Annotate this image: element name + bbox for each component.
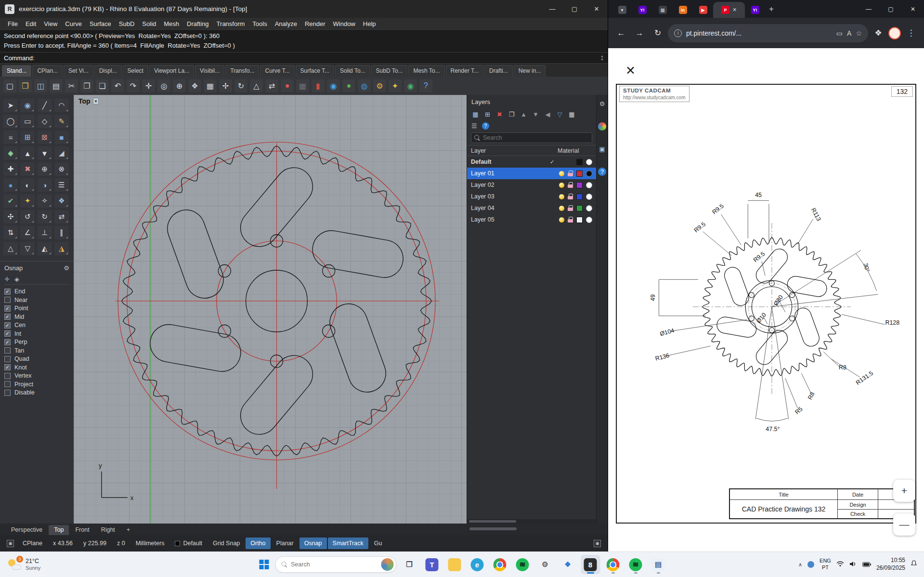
sidebar-tool-icon[interactable]: ⊞ [20,131,35,144]
toolbar-tool-icon[interactable]: ◫ [34,79,47,92]
toolbar-tool-icon[interactable]: ❒ [19,79,32,92]
layer-visibility-bulb-icon[interactable] [559,183,564,188]
layer-material-icon[interactable] [586,182,592,188]
browser-tab[interactable]: ▨ ✕ [652,2,673,18]
toolbar-tool-icon[interactable]: ⚙ [373,79,386,92]
zoom-out-button[interactable]: — [893,513,915,536]
sidebar-tool-icon[interactable]: ● [3,178,18,192]
sidebar-tool-icon[interactable]: ◢ [54,146,69,160]
taskbar-app-icon[interactable]: ▤ [649,555,668,574]
viewport-title[interactable]: Top [78,97,91,105]
layers-horizontal-scrollbar[interactable] [467,519,596,524]
status-item[interactable]: Gu [369,538,387,549]
toolbar-tool-icon[interactable]: ◎ [157,79,170,92]
osnap-checkbox[interactable]: ✓ [4,305,11,312]
notification-bell-icon[interactable] [911,560,917,569]
taskbar-app-icon[interactable] [490,555,509,574]
menu-item[interactable]: Surface [86,19,115,28]
cad-drawing-sheet[interactable]: 45R9.5R113R9.5R9.530°49Ø80Ø10Ø104R128R13… [616,84,916,524]
panel-tab-icon[interactable]: ▣ [598,145,606,153]
osnap-checkbox[interactable]: ✓ [4,381,11,387]
start-button[interactable] [259,560,269,569]
browser-tab[interactable]: Y! ✕ [632,2,652,18]
layer-color-swatch[interactable] [576,194,583,200]
cast-icon[interactable]: ▭ [836,29,843,37]
menu-item[interactable]: Help [359,19,380,28]
osnap-checkbox[interactable]: ✓ [4,347,11,354]
status-item[interactable]: SmartTrack [328,538,368,549]
toolbar-tab[interactable]: SubD To... [371,65,408,77]
status-right-icon[interactable]: ▣ [594,540,601,547]
toolbar-tab[interactable]: Drafti... [484,65,513,77]
volume-icon[interactable] [849,560,857,569]
osnap-option[interactable]: ✓ End [4,288,69,295]
layers-search-box[interactable] [471,132,592,143]
taskbar-app-icon[interactable]: T [422,555,442,574]
toolbar-tool-icon[interactable]: ▦ [296,79,309,92]
taskbar-app-icon[interactable]: ❖ [558,555,577,574]
osnap-checkbox[interactable]: ✓ [4,288,11,295]
sidebar-tool-icon[interactable]: ☰ [54,178,69,192]
back-button[interactable]: ← [613,25,629,41]
toolbar-tab[interactable]: Curve T... [260,65,294,77]
sidebar-tool-icon[interactable]: ⇅ [3,226,18,239]
menu-item[interactable]: Solid [138,19,160,28]
tray-chevron-icon[interactable]: ∧ [798,562,802,568]
browser-menu-icon[interactable]: ⋮ [903,25,919,41]
minimize-button[interactable]: — [541,0,563,18]
menu-item[interactable]: Transform [213,19,249,28]
layer-name[interactable]: Default [471,158,547,165]
translate-icon[interactable]: A [847,29,851,37]
layer-row[interactable]: Layer 04 ✓ [467,202,596,214]
sidebar-tool-icon[interactable]: ◉ [20,99,35,112]
sidebar-tool-icon[interactable]: ✚ [3,162,18,176]
layer-visibility-bulb-icon[interactable] [559,217,564,223]
menu-item[interactable]: Curve [61,19,86,28]
menu-item[interactable]: Edit [22,19,40,28]
sidebar-tool-icon[interactable]: ▲ [20,146,35,160]
taskbar-clock[interactable]: 10:55 26/09/2025 [876,557,905,572]
status-item[interactable]: y 225.99 [78,538,111,549]
menu-item[interactable]: Analyze [271,19,301,28]
layer-visibility-bulb-icon[interactable] [559,171,564,176]
sidebar-tool-icon[interactable]: ∥ [54,226,69,239]
toolbar-tool-icon[interactable]: ✂ [65,79,78,92]
close-button[interactable]: ✕ [586,0,608,18]
layers-toolbar-icon[interactable]: ◀ [544,111,552,118]
browser-tab[interactable]: ▾ ✕ [612,2,632,18]
taskbar-app-icon[interactable]: ⚙ [535,555,555,574]
osnap-checkbox[interactable]: ✓ [4,297,11,303]
status-item[interactable]: Grid Snap [208,538,245,549]
toolbar-tool-icon[interactable]: ⇄ [265,79,278,92]
sidebar-tool-icon[interactable]: ◐ [20,178,35,192]
toolbar-tab[interactable]: Stand... [2,65,31,77]
sidebar-tool-icon[interactable]: ▼ [38,146,52,160]
sidebar-tool-icon[interactable]: ▭ [20,115,35,128]
layer-row[interactable]: Layer 02 ✓ [467,179,596,191]
layers-toolbar-icon[interactable]: ▼ [532,111,540,118]
extensions-icon[interactable]: ❖ [870,25,886,41]
layers-toolbar-icon[interactable]: ▦ [471,111,480,118]
status-item[interactable]: CPlane [18,538,47,549]
sidebar-tool-icon[interactable]: ➤ [3,99,18,112]
osnap-checkbox[interactable]: ✓ [4,314,11,320]
toolbar-tool-icon[interactable]: ↷ [127,79,140,92]
command-scroll-arrows[interactable]: ▲ ▼ [600,54,604,61]
status-item[interactable]: Ortho [246,538,270,549]
toolbar-tab[interactable]: Solid To... [335,65,370,77]
toolbar-tool-icon[interactable]: ✦ [389,79,402,92]
viewport-label[interactable]: Top ▾ [78,97,99,105]
maximize-button[interactable]: ▢ [563,0,586,18]
osnap-option[interactable]: ✓ Project [4,381,69,388]
sidebar-tool-icon[interactable]: ■ [54,131,69,144]
wifi-icon[interactable] [836,560,844,569]
osnap-option[interactable]: ✓ Near [4,297,69,303]
osnap-option[interactable]: ✓ Point [4,305,69,312]
taskbar-app-icon[interactable] [603,555,623,574]
tray-app-icon[interactable] [807,561,814,568]
layer-row[interactable]: Default ✓ [467,156,596,168]
toolbar-tab[interactable]: Visibil... [195,65,224,77]
sidebar-tool-icon[interactable]: ✣ [3,210,18,223]
taskbar-search[interactable] [275,556,396,573]
sidebar-tool-icon[interactable]: ◠ [54,99,69,112]
